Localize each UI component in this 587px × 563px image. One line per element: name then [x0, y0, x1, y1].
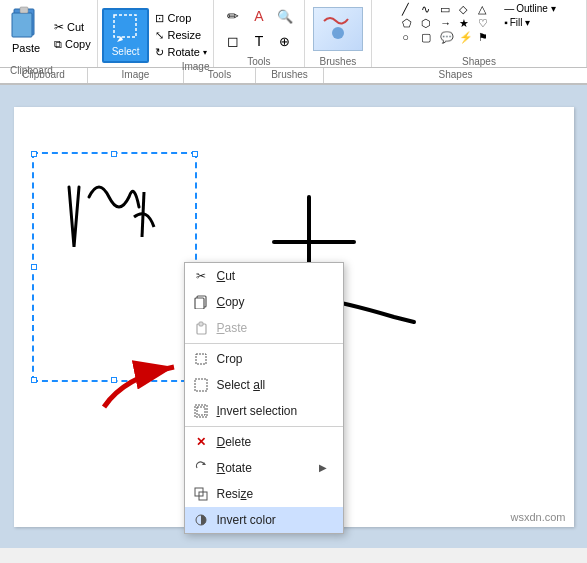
crop-button[interactable]: ⊡ Crop [153, 11, 208, 26]
svg-rect-11 [195, 379, 207, 391]
copy-icon [193, 294, 209, 310]
zoom-tool[interactable]: ⊕ [274, 30, 296, 52]
eraser-tool[interactable]: ◻ [222, 30, 244, 52]
select-button[interactable]: Select [102, 8, 150, 63]
ctx-copy-label: Copy [217, 295, 245, 309]
shape-curve[interactable]: ∿ [421, 3, 439, 16]
svg-point-5 [332, 27, 344, 39]
eyedropper-tool[interactable]: 🔍 [274, 5, 296, 27]
shape-arrow[interactable]: → [440, 17, 458, 30]
resize-label: Resize [167, 29, 201, 41]
outline-button[interactable]: — Outline ▾ [504, 3, 555, 14]
select-all-icon [193, 377, 209, 393]
ctx-sep-2 [185, 426, 343, 427]
outline-label: Outline ▾ [516, 3, 555, 14]
shape-hexagon[interactable]: ⬡ [421, 17, 439, 30]
group-labels-strip: Clipboard Image Tools Brushes Shapes [0, 68, 587, 84]
ctx-resize[interactable]: Resize [185, 481, 343, 507]
fill-icon: ▪ [504, 17, 508, 28]
image-group-label: Image [182, 61, 210, 72]
ctx-crop-label: Crop [217, 352, 243, 366]
handle-top-right[interactable] [192, 151, 198, 157]
resize-button[interactable]: ⤡ Resize [153, 28, 208, 43]
ctx-sep-1 [185, 343, 343, 344]
image-actions: ⊡ Crop ⤡ Resize ↻ Rotate ▾ [153, 11, 208, 60]
svg-rect-13 [197, 407, 205, 415]
clipboard-group-label: Clipboard [10, 65, 53, 76]
ctx-invert-sel-label: Invert selection [217, 404, 298, 418]
ctx-invert-color-label: Invert color [217, 513, 276, 527]
cut-icon: ✂ [193, 268, 209, 284]
invert-sel-icon [193, 403, 209, 419]
ctx-copy[interactable]: Copy [185, 289, 343, 315]
ctx-invert-color[interactable]: Invert color [185, 507, 343, 533]
tools-inner: ✏ ◻ A T 🔍 ⊕ [222, 3, 296, 54]
rotate-ctx-icon [193, 460, 209, 476]
shape-line[interactable]: ╱ [402, 3, 420, 16]
delete-icon: ✕ [193, 434, 209, 450]
rotate-label: Rotate [167, 46, 199, 58]
brushes-inner [313, 3, 363, 54]
shape-diamond[interactable]: ◇ [459, 3, 477, 16]
shape-rect[interactable]: ▭ [440, 3, 458, 16]
select-icon [113, 14, 139, 44]
crop-label: Crop [167, 12, 191, 24]
shapes-label-strip: Shapes [324, 68, 587, 83]
select-label: Select [112, 46, 140, 57]
tools-col2: A T [248, 5, 270, 52]
crop-icon: ⊡ [155, 12, 164, 25]
image-label-strip: Image [88, 68, 184, 83]
ctx-rotate[interactable]: Rotate ▶ [185, 455, 343, 481]
ctx-select-all-label: Select all [217, 378, 266, 392]
cut-icon: ✂ [54, 20, 64, 34]
clipboard-actions: ✂ Cut ⧉ Copy [52, 3, 93, 67]
resize-icon: ⤡ [155, 29, 164, 42]
tools-group-label: Tools [247, 56, 270, 67]
shape-star[interactable]: ★ [459, 17, 477, 30]
fill-button[interactable]: ▪ Fill ▾ [504, 17, 555, 28]
rotate-button[interactable]: ↻ Rotate ▾ [153, 45, 208, 60]
svg-rect-1 [12, 13, 32, 37]
shape-ellipse[interactable]: ○ [402, 31, 420, 44]
handle-top-middle[interactable] [111, 151, 117, 157]
brushes-palette[interactable] [313, 7, 363, 51]
tools-col1: ✏ ◻ [222, 5, 244, 52]
watermark: wsxdn.com [510, 511, 565, 523]
crop-icon [193, 351, 209, 367]
canvas[interactable]: ✂ Cut Copy [14, 107, 574, 527]
shape-rounded-rect[interactable]: ▢ [421, 31, 439, 44]
handle-middle-left[interactable] [31, 264, 37, 270]
ctx-paste[interactable]: Paste [185, 315, 343, 341]
brushes-group-label: Brushes [320, 56, 357, 67]
arrow-indicator [94, 337, 194, 417]
shape-heart[interactable]: ♡ [478, 17, 496, 30]
ctx-rotate-label: Rotate [217, 461, 252, 475]
image-group: Select ⊡ Crop ⤡ Resize ↻ Rotate ▾ Image [98, 0, 214, 67]
shape-flag[interactable]: ⚑ [478, 31, 496, 44]
handle-bottom-left[interactable] [31, 377, 37, 383]
copy-icon: ⧉ [54, 38, 62, 51]
ctx-select-all[interactable]: Select all [185, 372, 343, 398]
shape-pentagon[interactable]: ⬠ [402, 17, 420, 30]
cut-button[interactable]: ✂ Cut [52, 19, 93, 35]
ctx-cut[interactable]: ✂ Cut [185, 263, 343, 289]
tools-col3: 🔍 ⊕ [274, 5, 296, 52]
tools-group: ✏ ◻ A T 🔍 ⊕ Tools [214, 0, 305, 67]
shape-lightning[interactable]: ⚡ [459, 31, 477, 44]
ctx-crop[interactable]: Crop [185, 346, 343, 372]
resize-ctx-icon [193, 486, 209, 502]
fill-tool[interactable]: A [248, 5, 270, 27]
ctx-invert-selection[interactable]: Invert selection [185, 398, 343, 424]
ctx-delete[interactable]: ✕ Delete [185, 429, 343, 455]
pencil-tool[interactable]: ✏ [222, 5, 244, 27]
shape-callout[interactable]: 💬 [440, 31, 458, 44]
handle-top-left[interactable] [31, 151, 37, 157]
text-tool[interactable]: T [248, 30, 270, 52]
shape-triangle[interactable]: △ [478, 3, 496, 16]
svg-rect-2 [20, 7, 28, 13]
paste-button[interactable]: Paste [4, 3, 48, 67]
ribbon-content: Paste ✂ Cut ⧉ Copy Clipboard [0, 0, 587, 68]
ctx-delete-label: Delete [217, 435, 252, 449]
copy-button[interactable]: ⧉ Copy [52, 37, 93, 52]
rotate-submenu-arrow: ▶ [319, 462, 327, 473]
